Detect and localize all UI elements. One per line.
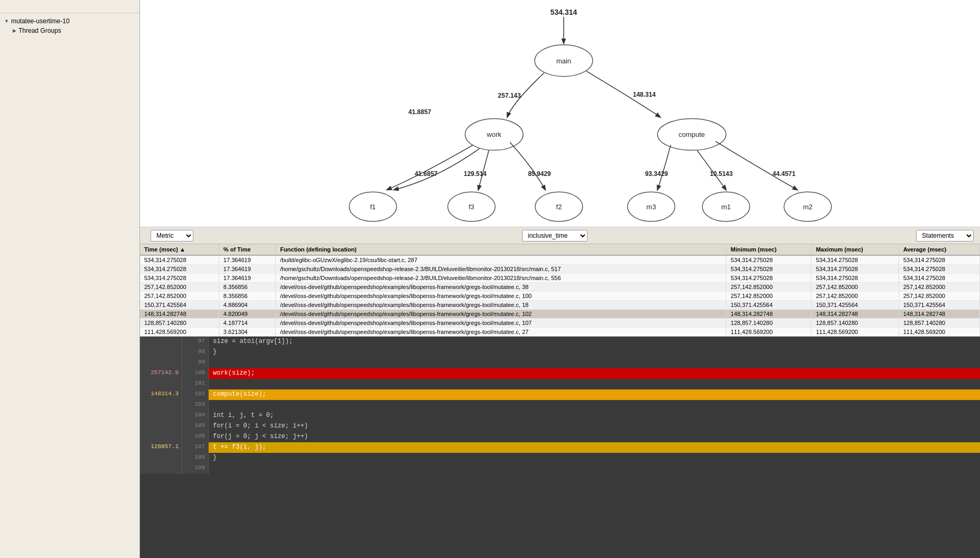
code-metric — [140, 358, 182, 368]
edge-main-work-label: 257.143 — [498, 92, 521, 99]
node-f2-label: f2 — [556, 203, 562, 211]
col-max: Maximum (msec) — [811, 244, 899, 255]
cell-time: 534,314.275028 — [140, 274, 219, 283]
cell-avg: 534,314.275028 — [899, 255, 979, 265]
table-row[interactable]: 257,142.852000 8.356856 /devel/oss-devel… — [140, 283, 980, 292]
edge-compute-m3 — [658, 145, 671, 190]
cell-time: 128,857.140280 — [140, 319, 219, 328]
table-row[interactable]: 148,314.282748 4.820049 /devel/oss-devel… — [140, 310, 980, 319]
code-content — [209, 379, 980, 389]
col-min: Minimum (msec) — [726, 244, 811, 255]
code-line: 257142.9 100 work(size); — [140, 368, 980, 379]
code-area: 97 size = atoi(argv[1]); 98 } 99 257142.… — [140, 337, 980, 558]
table-area: Time (msec) ▲ % of Time Function (defini… — [140, 244, 980, 337]
code-line-number: 99 — [182, 358, 209, 368]
cell-pct: 8.356856 — [219, 292, 275, 301]
cell-min: 534,314.275028 — [726, 255, 811, 265]
right-panel: 534.314 main 257.143 148.314 work comput… — [140, 0, 980, 558]
cell-avg: 128,857.140280 — [899, 319, 979, 328]
code-line: 103 — [140, 400, 980, 411]
edge-main-compute-label: 148.314 — [633, 91, 656, 98]
tree-label: Thread Groups — [18, 27, 61, 34]
cell-func: /devel/oss-devel/github/openspeedshop/ex… — [276, 310, 726, 319]
cell-max: 257,142.852000 — [811, 292, 899, 301]
cell-min: 128,857.140280 — [726, 319, 811, 328]
metric-select[interactable]: inclusive_time — [522, 230, 587, 241]
table-row[interactable]: 534,314.275028 17.364619 /home/gschultz/… — [140, 274, 980, 283]
call-graph-svg: 534.314 main 257.143 148.314 work comput… — [140, 0, 980, 227]
table-row[interactable]: 257,142.852000 8.356856 /devel/oss-devel… — [140, 292, 980, 301]
col-func: Function (defining location) — [276, 244, 726, 255]
edge-compute-m1-label: 10.5143 — [710, 170, 733, 178]
table-row[interactable]: 534,314.275028 17.364619 /build/eglibc-o… — [140, 255, 980, 265]
cell-func: /build/eglibc-oGUzwX/eglibc-2.19/csu/lib… — [276, 255, 726, 265]
code-content — [209, 358, 980, 368]
cell-max: 148,314.282748 — [811, 310, 899, 319]
code-metric: 128857.1 — [140, 442, 182, 453]
code-line-number: 102 — [182, 389, 209, 400]
cell-avg: 257,142.852000 — [899, 283, 979, 292]
cell-func: /devel/oss-devel/github/openspeedshop/ex… — [276, 301, 726, 310]
code-content: t += f3(i, j); — [209, 442, 980, 453]
cell-func: /devel/oss-devel/github/openspeedshop/ex… — [276, 292, 726, 301]
code-line: 108 } — [140, 453, 980, 463]
table-header-row: Time (msec) ▲ % of Time Function (defini… — [140, 244, 980, 255]
code-metric — [140, 400, 182, 411]
cell-time: 534,314.275028 — [140, 255, 219, 265]
cell-time: 257,142.852000 — [140, 283, 219, 292]
cell-max: 534,314.275028 — [811, 274, 899, 283]
code-line: 97 size = atoi(argv[1]); — [140, 337, 980, 347]
table-row[interactable]: 111,428.569200 3.621304 /devel/oss-devel… — [140, 328, 980, 337]
code-line-number: 100 — [182, 368, 209, 379]
tree-container: ▼mutatee-usertime-10▶Thread Groups — [0, 16, 139, 35]
cell-func: /devel/oss-devel/github/openspeedshop/ex… — [276, 283, 726, 292]
code-line: 98 } — [140, 347, 980, 358]
cell-pct: 4.820049 — [219, 310, 275, 319]
view-select[interactable]: Statements — [916, 230, 974, 241]
cell-min: 148,314.282748 — [726, 310, 811, 319]
table-row[interactable]: 534,314.275028 17.364619 /home/gschultz/… — [140, 265, 980, 274]
node-work-label: work — [487, 131, 502, 138]
tree-item-thread-groups[interactable]: ▶Thread Groups — [0, 26, 139, 35]
cell-avg: 148,314.282748 — [899, 310, 979, 319]
code-line: 128857.1 107 t += f3(i, j); — [140, 442, 980, 453]
cell-avg: 150,371.425564 — [899, 301, 979, 310]
code-line: 99 — [140, 358, 980, 368]
cell-time: 111,428.569200 — [140, 328, 219, 337]
edge-compute-m3-label: 93.3429 — [645, 170, 668, 178]
code-content: } — [209, 453, 980, 463]
cell-max: 128,857.140280 — [811, 319, 899, 328]
tree-arrow: ▶ — [13, 28, 16, 33]
edge-compute-m2-label: 44.4571 — [772, 170, 796, 178]
cell-pct: 4.886904 — [219, 301, 275, 310]
code-lines: 97 size = atoi(argv[1]); 98 } 99 257142.… — [140, 337, 980, 474]
cell-pct: 4.187714 — [219, 319, 275, 328]
cell-pct: 8.356856 — [219, 283, 275, 292]
code-content: for(j = 0; j < size; j++) — [209, 432, 980, 442]
cell-min: 257,142.852000 — [726, 283, 811, 292]
table-row[interactable]: 150,371.425564 4.886904 /devel/oss-devel… — [140, 301, 980, 310]
root-value: 534.314 — [550, 8, 577, 16]
code-line: 104 int i, j, t = 0; — [140, 411, 980, 421]
code-metric — [140, 463, 182, 474]
cell-min: 534,314.275028 — [726, 265, 811, 274]
graph-area: 534.314 main 257.143 148.314 work comput… — [140, 0, 980, 227]
code-content: work(size); — [209, 368, 980, 379]
edge-work-f1-curve — [387, 145, 473, 190]
mode-select[interactable]: Metric — [151, 230, 193, 241]
code-metric — [140, 411, 182, 421]
tree-item-mutatee-usertime-10[interactable]: ▼mutatee-usertime-10 — [0, 16, 139, 26]
cell-min: 534,314.275028 — [726, 274, 811, 283]
table-row[interactable]: 128,857.140280 4.187714 /devel/oss-devel… — [140, 319, 980, 328]
cell-avg: 111,428.569200 — [899, 328, 979, 337]
code-line-number: 106 — [182, 432, 209, 442]
code-metric — [140, 432, 182, 442]
code-metric: 257142.9 — [140, 368, 182, 379]
tree-label: mutatee-usertime-10 — [11, 17, 70, 25]
cell-pct: 3.621304 — [219, 328, 275, 337]
code-line-number: 109 — [182, 463, 209, 474]
edge-work-f2-label: 85.9429 — [528, 170, 551, 178]
cell-time: 257,142.852000 — [140, 292, 219, 301]
cell-pct: 17.364619 — [219, 274, 275, 283]
code-content: } — [209, 347, 980, 358]
